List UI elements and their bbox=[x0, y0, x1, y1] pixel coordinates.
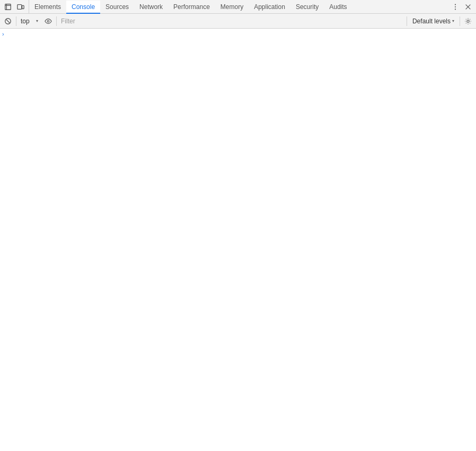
toolbar-separator-1 bbox=[16, 16, 16, 26]
prompt-chevron-icon: › bbox=[2, 31, 4, 37]
tab-application[interactable]: Application bbox=[249, 1, 290, 14]
tab-sources[interactable]: Sources bbox=[100, 1, 134, 14]
filter-input[interactable] bbox=[59, 16, 404, 27]
clear-console-button[interactable] bbox=[2, 15, 14, 27]
svg-point-6 bbox=[455, 6, 456, 7]
levels-dropdown-arrow: ▾ bbox=[452, 19, 454, 23]
svg-rect-3 bbox=[17, 4, 22, 9]
svg-point-12 bbox=[47, 20, 49, 22]
context-select-wrapper[interactable]: top ▾ bbox=[19, 16, 39, 26]
tab-audits[interactable]: Audits bbox=[324, 1, 352, 14]
tab-console[interactable]: Console bbox=[66, 1, 100, 14]
toolbar-separator-2 bbox=[56, 16, 57, 26]
svg-point-7 bbox=[455, 8, 456, 10]
tab-security[interactable]: Security bbox=[290, 1, 324, 14]
console-toolbar: top ▾ Default levels ▾ bbox=[0, 14, 476, 29]
default-levels-button[interactable]: Default levels ▾ bbox=[409, 16, 457, 26]
inspect-element-icon[interactable] bbox=[2, 1, 14, 13]
console-content: › bbox=[0, 29, 476, 451]
devtools-left-icons bbox=[0, 0, 29, 13]
more-options-icon[interactable] bbox=[449, 1, 461, 13]
toolbar-separator-3 bbox=[407, 16, 407, 26]
device-toolbar-icon[interactable] bbox=[15, 1, 27, 13]
svg-point-5 bbox=[455, 4, 456, 5]
context-select[interactable]: top bbox=[19, 16, 39, 26]
tab-elements[interactable]: Elements bbox=[29, 1, 66, 14]
tabs-container: Elements Console Sources Network Perform… bbox=[29, 0, 447, 13]
tab-performance[interactable]: Performance bbox=[168, 1, 215, 14]
svg-rect-4 bbox=[22, 5, 24, 8]
svg-line-11 bbox=[6, 19, 10, 23]
tab-bar: Elements Console Sources Network Perform… bbox=[0, 0, 476, 14]
close-devtools-icon[interactable] bbox=[462, 1, 474, 13]
console-prompt[interactable]: › bbox=[0, 29, 476, 39]
tab-network[interactable]: Network bbox=[134, 1, 168, 14]
tab-memory[interactable]: Memory bbox=[215, 1, 249, 14]
eye-button[interactable] bbox=[42, 15, 54, 27]
svg-rect-0 bbox=[5, 4, 11, 10]
toolbar-separator-4 bbox=[460, 16, 460, 26]
default-levels-label: Default levels bbox=[412, 18, 451, 25]
console-settings-icon[interactable] bbox=[462, 15, 474, 27]
devtools-right-icons bbox=[447, 0, 476, 13]
svg-point-13 bbox=[467, 20, 469, 22]
